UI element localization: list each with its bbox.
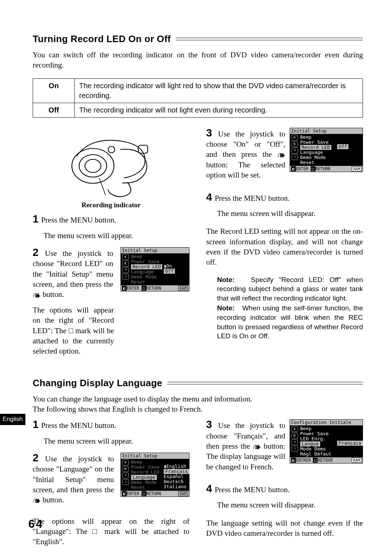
footer-ram: RAM bbox=[178, 286, 188, 291]
footer-return: RETURN bbox=[146, 286, 162, 291]
step1-num: 1 bbox=[33, 419, 38, 430]
menu-tab-icon: ◧ bbox=[291, 141, 298, 147]
menu-item: Beep bbox=[131, 460, 142, 465]
menu-sub: English bbox=[166, 464, 186, 469]
section1-right-column: 3 Use the joystick to choose "On" or "Of… bbox=[206, 128, 363, 368]
enter-key-icon: ◐ bbox=[291, 166, 296, 171]
menu-tab-icon: ⌂ bbox=[122, 274, 129, 279]
camera-illustration: Recording indicator bbox=[33, 124, 189, 210]
step4-num: 4 bbox=[206, 191, 212, 203]
menu-item: Power Save bbox=[300, 431, 328, 436]
menu-item: Reset bbox=[131, 485, 145, 490]
menu-item: Power Save bbox=[300, 140, 328, 145]
menu-item: Demo Mode bbox=[300, 155, 326, 160]
s2-l1b: The menu screen will appear. bbox=[33, 436, 189, 446]
step3-num: 3 bbox=[206, 127, 212, 139]
off-cell-value: The recording indicator will not light e… bbox=[75, 103, 363, 117]
menu-item: Record LED bbox=[300, 145, 331, 150]
s1-l2b: The options will appear on the right of … bbox=[33, 305, 114, 356]
section2-menu-b: Configuration Initiale ◐ ◧ ≡ ⌂ Beep Powe… bbox=[290, 419, 363, 464]
menu-sub: On bbox=[166, 264, 172, 269]
menu-tab-icon: ◧ bbox=[122, 261, 129, 266]
menu-item: LED Enrg. bbox=[300, 436, 326, 441]
menu-item: Power Save bbox=[131, 259, 159, 264]
heading-rule bbox=[176, 38, 363, 40]
s2-l1a: Press the MENU button. bbox=[41, 421, 116, 430]
footer-return: RETOUR bbox=[318, 458, 333, 463]
step1-num: 1 bbox=[33, 213, 38, 225]
note-text: When using the self-timer function, the … bbox=[217, 304, 363, 340]
menu-item: Beep bbox=[300, 135, 311, 140]
menu-tab-icon: ⌂ bbox=[291, 154, 298, 160]
heading-rule bbox=[167, 382, 363, 384]
menu-tab-icon: ◧ bbox=[291, 433, 298, 438]
s2-r4a: Press the MENU button. bbox=[215, 485, 290, 494]
menu-tab-icon: ◐ bbox=[291, 426, 298, 432]
note-block-1: Note: Specify "Record LED: Off" when rec… bbox=[206, 275, 363, 341]
cursor-icon: ▮ bbox=[164, 264, 166, 269]
on-off-table: On The recording indicator will light re… bbox=[33, 78, 363, 118]
section2-menu-a: Initial Setup ◐ ◧ ≡ ⌂ Beep Power Save bbox=[121, 453, 189, 497]
menu-tab-icon: ≡ bbox=[291, 148, 298, 154]
camcorder-svg bbox=[55, 124, 167, 200]
s2-l2a2: button. bbox=[41, 495, 64, 504]
page-content: Turning Record LED On or Off You can swi… bbox=[0, 0, 392, 555]
section2-intro2: The following shows that English is chan… bbox=[33, 404, 363, 414]
menu-item: Record LED bbox=[131, 264, 162, 269]
section2-title: Changing Display Language bbox=[33, 377, 162, 389]
menu-title: Configuration Initiale bbox=[290, 420, 363, 425]
step2-num: 2 bbox=[33, 246, 38, 258]
section1-intro: You can switch off the recording indicat… bbox=[33, 50, 363, 70]
menu-sub: Italiano bbox=[164, 484, 187, 489]
section1-left-column: Recording indicator 1 Press the MENU but… bbox=[33, 128, 189, 368]
menu-title: Initial Setup bbox=[121, 248, 189, 253]
note-label: Note: bbox=[217, 304, 235, 312]
footer-ram: RAM bbox=[352, 458, 362, 463]
menu-sub: Français bbox=[164, 469, 189, 474]
s2-l2a1: Use the joystick to choose "Language" on… bbox=[33, 454, 114, 494]
menu-tab-icon: ≡ bbox=[122, 473, 129, 478]
menu-item: Reset bbox=[131, 279, 145, 285]
play-pause-icon: /II bbox=[277, 151, 285, 160]
menu-sub: Español bbox=[164, 474, 184, 479]
section1-heading: Turning Record LED On or Off bbox=[33, 33, 363, 45]
s1-l1b: The menu screen will appear. bbox=[33, 230, 189, 241]
menu-tab-icon: ⌂ bbox=[291, 446, 298, 452]
menu-tab-icon: ◐ bbox=[122, 254, 129, 260]
s1-r3a2: button: The selected option will be set. bbox=[206, 160, 285, 179]
svg-point-4 bbox=[108, 146, 115, 153]
return-key-icon: ◯ bbox=[142, 491, 146, 496]
menu-item: Demo Mode bbox=[131, 274, 156, 279]
menu-tab-icon: ◐ bbox=[122, 460, 129, 465]
s1-l2a2: button. bbox=[41, 290, 64, 299]
menu-title: Initial Setup bbox=[290, 128, 363, 134]
s1-l1a: Press the MENU button. bbox=[41, 216, 116, 224]
section1-title: Turning Record LED On or Off bbox=[33, 33, 171, 45]
menu-sub: Deutsch bbox=[164, 479, 184, 484]
off-cell-key: Off bbox=[33, 103, 75, 117]
section2-intro1: You can change the language used to disp… bbox=[33, 394, 363, 404]
section2-heading: Changing Display Language bbox=[33, 377, 363, 389]
step4-num: 4 bbox=[206, 483, 212, 494]
menu-item: Language bbox=[131, 475, 157, 480]
note-label: Note: bbox=[217, 276, 235, 283]
footer-enter: ENTER bbox=[127, 286, 139, 291]
menu-item: Reset bbox=[300, 160, 314, 165]
note-text: Specify "Record LED: Off" when recording… bbox=[217, 276, 363, 302]
language-side-tab: English bbox=[0, 414, 25, 425]
step2-num: 2 bbox=[33, 452, 38, 464]
page-number: 64 bbox=[28, 516, 44, 532]
s1-r4b: The menu screen will disappear. bbox=[206, 208, 363, 219]
s2-r-noteafter: The language setting will not change eve… bbox=[206, 518, 363, 539]
camera-caption: Recording indicator bbox=[33, 200, 189, 210]
return-key-icon: ◯ bbox=[142, 286, 146, 291]
menu-sub: Off bbox=[337, 144, 348, 149]
play-pause-icon: /II bbox=[33, 497, 41, 505]
s1-r3a1: Use the joystick to choose "On" or "Off"… bbox=[206, 130, 285, 159]
footer-enter: ENTER bbox=[127, 491, 139, 496]
menu-item: Demo Mode bbox=[131, 480, 156, 485]
section2-left-column: 1 Press the MENU button. The menu screen… bbox=[33, 419, 189, 553]
footer-enter: ENTRER bbox=[296, 458, 311, 463]
menu-tab-icon: ≡ bbox=[122, 267, 129, 273]
return-key-icon: ◯ bbox=[311, 166, 315, 171]
